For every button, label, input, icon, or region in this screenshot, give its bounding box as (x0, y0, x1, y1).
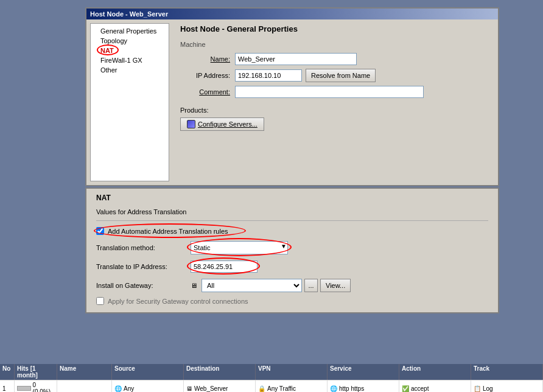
translation-method-select[interactable]: Static Hide (191, 241, 288, 254)
th-track: Track (471, 364, 543, 380)
translation-method-label: Translation method: (96, 244, 191, 251)
sidebar-item-nat[interactable]: NAT (91, 46, 169, 55)
th-no: No (0, 364, 15, 380)
nat-section-title: NAT (96, 194, 488, 202)
td-vpn: 🔒 Any Traffic (256, 380, 328, 392)
security-gateway-row: Apply for Security Gateway control conne… (96, 297, 488, 305)
td-action: ✅ accept (399, 380, 471, 392)
resolve-from-name-button[interactable]: Resolve from Name (306, 69, 376, 82)
hits-bar (17, 386, 31, 391)
install-gateway-row: Install on Gateway: 🖥 All ... View... (96, 279, 488, 292)
destination-icon: 🖥 (186, 385, 192, 392)
th-vpn: VPN (256, 364, 328, 380)
source-icon: 🌐 (114, 385, 122, 392)
td-no: 1 (0, 380, 15, 392)
th-source: Source (112, 364, 184, 380)
comment-row: Comment: (180, 86, 491, 98)
name-input[interactable] (235, 53, 357, 65)
th-hits: Hits [1 month] (15, 364, 57, 380)
td-name (57, 380, 112, 392)
sidebar: General Properties Topology NAT FireWall… (90, 23, 169, 181)
ip-label: IP Address: (180, 72, 235, 79)
auto-translation-row: Add Automatic Address Translation rules (96, 227, 488, 235)
security-gateway-checkbox[interactable] (96, 297, 104, 305)
name-row: Name: (180, 53, 491, 65)
translation-method-row: Translation method: Static Hide ▼ (96, 241, 488, 254)
track-icon: 📋 (474, 385, 481, 392)
translate-ip-input[interactable] (191, 261, 257, 273)
td-hits: 0 (0.0%) (15, 380, 57, 392)
th-destination: Destination (184, 364, 256, 380)
th-service: Service (328, 364, 399, 380)
rules-table: No Hits [1 month] Name Source Destinatio… (0, 364, 543, 392)
th-action: Action (399, 364, 471, 380)
table-header: No Hits [1 month] Name Source Destinatio… (0, 364, 543, 380)
ip-address-row: IP Address: Resolve from Name (180, 69, 491, 82)
products-label: Products: (180, 107, 491, 114)
vpn-icon: 🔒 (258, 385, 265, 392)
sidebar-item-firewall-gx[interactable]: FireWall-1 GX (91, 55, 169, 65)
translate-ip-row: Translate to IP Address: (96, 261, 488, 273)
window-titlebar: Host Node - Web_Server (86, 9, 498, 19)
th-name: Name (57, 364, 112, 380)
security-gateway-label: Apply for Security Gateway control conne… (108, 298, 248, 305)
install-gateway-label: Install on Gateway: (96, 282, 191, 289)
service-icon-http: 🌐 (330, 385, 337, 392)
auto-translation-label: Add Automatic Address Translation rules (108, 228, 228, 235)
install-gateway-select[interactable]: All (201, 279, 302, 292)
machine-section-label: Machine (180, 41, 491, 48)
general-properties-panel: Host Node - General Properties Machine N… (173, 19, 498, 185)
td-source: 🌐 Any (112, 380, 184, 392)
gateway-icon: 🖥 (191, 282, 197, 289)
comment-input[interactable] (235, 86, 424, 98)
ip-address-input[interactable] (235, 69, 302, 82)
name-label: Name: (180, 55, 235, 63)
configure-servers-button[interactable]: Configure Servers... (180, 117, 264, 131)
configure-servers-icon (187, 120, 195, 128)
comment-label: Comment: (180, 88, 235, 96)
sidebar-item-topology[interactable]: Topology (91, 36, 169, 46)
sidebar-item-general-properties[interactable]: General Properties (91, 26, 169, 36)
panel-title: Host Node - General Properties (180, 24, 491, 33)
action-icon: ✅ (402, 385, 409, 392)
td-destination: 🖥 Web_Server (184, 380, 256, 392)
gateway-dots-button[interactable]: ... (304, 279, 318, 292)
sidebar-item-other[interactable]: Other (91, 65, 169, 75)
table-row[interactable]: 1 0 (0.0%) 🌐 Any 🖥 Web_Server 🔒 Any Traf… (0, 380, 543, 392)
translate-ip-label: Translate to IP Address: (96, 263, 191, 270)
td-service: 🌐 http https (328, 380, 399, 392)
window-title: Host Node - Web_Server (90, 10, 168, 18)
host-node-window: Host Node - Web_Server General Propertie… (85, 7, 499, 186)
gateway-view-button[interactable]: View... (320, 279, 351, 292)
nat-section: NAT Values for Address Translation Add A… (85, 187, 499, 313)
values-label: Values for Address Translation (96, 208, 488, 215)
auto-translation-checkbox[interactable] (96, 227, 104, 235)
td-track: 📋 Log (471, 380, 543, 392)
